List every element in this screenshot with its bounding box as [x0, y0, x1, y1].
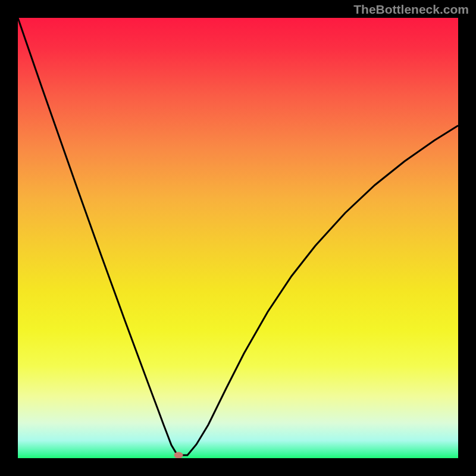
bottleneck-curve: [18, 18, 458, 455]
chart-container: TheBottleneck.com: [0, 0, 476, 476]
plot-area: [18, 18, 458, 458]
optimal-marker: [174, 452, 183, 459]
curve-svg: [18, 18, 458, 458]
watermark-text: TheBottleneck.com: [353, 2, 469, 17]
